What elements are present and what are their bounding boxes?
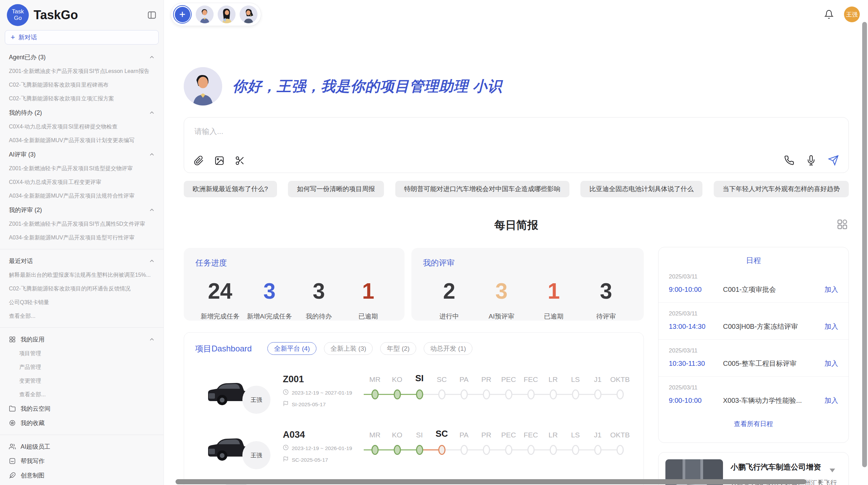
suggestion-chip[interactable]: 特朗普可能对进口汽车增税会对中国车企造成哪些影响 (395, 181, 569, 197)
schedule-item-main: 13:00-14:30C003|H0B-方案冻结评审加入 (669, 322, 838, 331)
milestone-dot (416, 389, 423, 399)
app-item[interactable]: 变更管理 (0, 374, 164, 388)
chevron-up-icon[interactable] (148, 258, 155, 264)
sidebar-section-recent[interactable]: 最近对话 (0, 254, 164, 268)
chevron-up-icon[interactable] (148, 151, 155, 158)
logo-line1: Task (12, 9, 24, 15)
join-link[interactable]: 加入 (824, 359, 838, 368)
sidebar-task-item[interactable]: C0X4-动力总成开发项目SI里程碑提交物检查 (0, 120, 164, 134)
milestone-dot-wrap (520, 442, 542, 458)
join-link[interactable]: 加入 (824, 322, 838, 331)
project-date-range: 2023-12-19 ~ 2027-01-19 (283, 389, 364, 396)
sidebar-item-my-apps[interactable]: 我的应用 (0, 332, 164, 347)
recent-conversation-item[interactable]: 解释最新出台的欧盟报废车法规再生塑料比例被调至15%... (0, 268, 164, 282)
horizontal-scrollbar[interactable] (176, 479, 806, 484)
sidebar-task-item[interactable]: A034-全新新能源MUV产品开发项目计划变更表编写 (0, 134, 164, 147)
milestone: PR (475, 427, 497, 482)
join-link[interactable]: 加入 (824, 285, 838, 294)
assistant-avatar-2[interactable] (218, 5, 236, 23)
sidebar-section-header[interactable]: 我的待办 (2) (0, 105, 164, 120)
app-item[interactable]: 产品管理 (0, 360, 164, 374)
suggestion-chip[interactable]: 如何写一份清晰的项目周报 (288, 181, 384, 197)
recent-conversation-item[interactable]: C02-飞腾新能源轻客改款项目的闭环通告反馈情况 (0, 282, 164, 296)
dashboard-filter-chip[interactable]: 全新上装 (3) (324, 342, 373, 355)
assistant-avatar-1[interactable] (196, 5, 214, 23)
app-item[interactable]: 项目管理 (0, 347, 164, 360)
chevron-up-icon[interactable] (148, 207, 155, 213)
vertical-scrollbar[interactable] (862, 22, 867, 467)
schedule-time: 13:00-14:30 (669, 323, 723, 331)
scroll-down-arrow[interactable] (830, 469, 835, 472)
stat-value: 3 (580, 278, 632, 304)
chevron-up-icon[interactable] (148, 336, 155, 343)
sidebar-task-item[interactable]: Z001-全新燃油轻卡产品开发项目SI造型提交物评审 (0, 162, 164, 175)
stat-cell: 3我的待办 (294, 278, 343, 321)
sidebar-item-ai-super-staff[interactable]: AI超级员工 (0, 439, 164, 454)
milestone-dot-wrap (364, 386, 386, 403)
sidebar-task-item[interactable]: A034-全新新能源MUV产品开发项目造型可行性评审 (0, 231, 164, 245)
milestone: J1 (587, 371, 609, 426)
suggestion-chip[interactable]: 欧洲新规最近颁布了什么? (184, 181, 277, 197)
milestone-label: PEC (501, 427, 516, 439)
stat-label: 已逾期 (343, 312, 393, 321)
sidebar-section-header[interactable]: AI评审 (3) (0, 147, 164, 162)
scroll-right-arrow[interactable] (819, 480, 822, 484)
sidebar-task-item[interactable]: Z001-全新燃油皮卡产品开发项目SI节点Lesson Learn报告 (0, 64, 164, 78)
new-chat-button[interactable]: + 新对话 (5, 30, 159, 45)
taskgo-app: Task Go TaskGo + 新对话 Agent已办 (3) Z001-全新… (0, 0, 868, 485)
microphone-icon[interactable] (806, 155, 816, 165)
sidebar-task-item[interactable]: C0X4-动力总成开发项目工程变更评审 (0, 175, 164, 189)
dashboard-filter-chip[interactable]: 动总开发 (1) (424, 342, 473, 355)
paperclip-icon[interactable] (194, 156, 204, 166)
sidebar-task-item[interactable]: Z001-全新燃油轻卡产品开发项目SI节点属性5D文件评审 (0, 217, 164, 231)
sidebar-task-item[interactable]: C02-飞腾新能源轻客改款项目立项汇报方案 (0, 92, 164, 105)
assistant-avatar-3[interactable] (240, 5, 257, 23)
stat-value: 3 (294, 278, 343, 304)
sidebar-item-creative-drawing[interactable]: 创意制图 (0, 468, 164, 483)
stat-label: 待评审 (580, 312, 632, 321)
apps-view-all[interactable]: 查看全部... (0, 388, 164, 401)
milestone-dot (594, 389, 601, 399)
join-link[interactable]: 加入 (824, 396, 838, 405)
milestone-label: OKTB (610, 371, 630, 384)
section-label: AI评审 (3) (9, 150, 36, 159)
sidebar-item-cloud-space[interactable]: 我的云空间 (0, 401, 164, 416)
sidebar-section-header[interactable]: Agent已办 (3) (0, 50, 164, 64)
chevron-up-icon[interactable] (148, 54, 155, 61)
notifications-bell-icon[interactable] (824, 10, 834, 19)
suggestion-chip[interactable]: 比亚迪全固态电池计划具体说了什么 (580, 181, 702, 197)
new-conversation-button[interactable] (173, 5, 192, 24)
stat-grid: 2进行中3AI预评审1已逾期3待评审 (423, 278, 632, 321)
milestone-dot (483, 389, 490, 399)
milestone-label: FEC (524, 371, 538, 384)
phone-call-icon[interactable] (784, 155, 794, 165)
recent-conversation-item[interactable]: 公司Q3轻卡销量 (0, 296, 164, 309)
sidebar-item-help-me-write[interactable]: 帮我写作 (0, 454, 164, 468)
chevron-up-icon[interactable] (148, 109, 155, 116)
project-row: 王强Z0012023-12-19 ~ 2027-01-19SI-2025-05-… (184, 371, 643, 426)
dashboard-filter-chip[interactable]: 年型 (2) (380, 342, 416, 355)
recent-items: 解释最新出台的欧盟报废车法规再生塑料比例被调至15%...C02-飞腾新能源轻客… (0, 268, 164, 309)
sidebar-task-item[interactable]: C02-飞腾新能源轻客改款项目里程碑画布 (0, 78, 164, 92)
milestone-dot-wrap (542, 442, 564, 458)
send-icon[interactable] (828, 155, 839, 166)
sidebar-section-header[interactable]: 我的评审 (2) (0, 203, 164, 217)
milestone-dot-wrap (609, 386, 631, 403)
collapse-sidebar-icon[interactable] (147, 10, 157, 20)
stat-cell: 1已逾期 (343, 278, 393, 321)
suggestion-chip[interactable]: 当下年轻人对汽车外观有怎样的喜好趋势 (714, 181, 849, 197)
milestone-label: PR (481, 371, 491, 384)
scissors-icon[interactable] (235, 156, 245, 166)
sidebar-task-item[interactable]: A034-全新新能源MUV产品开发项目法规符合性评审 (0, 189, 164, 203)
dashboard-filter-chip[interactable]: 全新平台 (4) (267, 342, 316, 355)
new-chat-label: 新对话 (19, 33, 37, 41)
recent-view-all[interactable]: 查看全部... (0, 309, 164, 323)
milestone-label: LR (548, 427, 558, 439)
milestone-dot (572, 445, 579, 455)
image-icon[interactable] (214, 156, 225, 166)
briefing-layout-icon[interactable] (836, 219, 848, 230)
schedule-view-all-link[interactable]: 查看所有日程 (659, 420, 848, 428)
message-input[interactable] (184, 117, 848, 148)
sidebar-item-favorites[interactable]: 我的收藏 (0, 416, 164, 430)
user-avatar[interactable]: 王强 (844, 7, 860, 22)
